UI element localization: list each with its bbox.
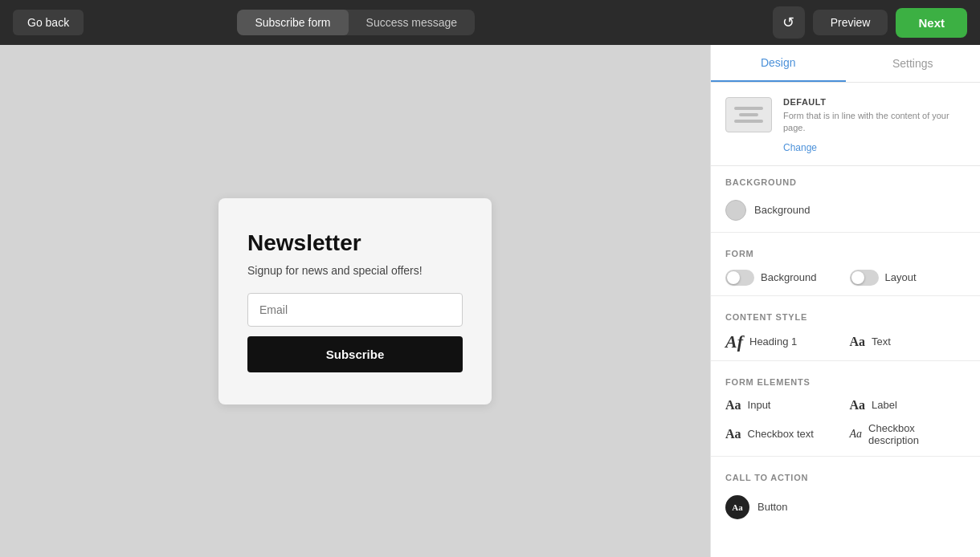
main-layout: Newsletter Signup for news and special o… <box>0 45 980 557</box>
default-preview-icon <box>725 97 772 132</box>
button-label: Button <box>757 501 966 513</box>
checkbox-desc-label: Checkbox description <box>868 422 966 446</box>
panel-tabs: Design Settings <box>711 45 980 83</box>
preview-line-2 <box>739 113 758 116</box>
panel-tab-design[interactable]: Design <box>711 45 846 82</box>
heading-col: Af Heading 1 <box>725 333 842 351</box>
preview-line-1 <box>734 107 762 110</box>
checkbox-text-label: Checkbox text <box>748 428 842 440</box>
default-label: DEFAULT <box>783 97 966 107</box>
heading-type-icon: Af <box>725 333 743 351</box>
form-layout-label: Layout <box>885 271 966 283</box>
form-elements-row-1: Aa Input Aa Label <box>711 393 980 417</box>
cta-row: Aa Button <box>711 489 980 526</box>
subscribe-button[interactable]: Subscribe <box>247 336 463 372</box>
cta-section-header: CALL TO ACTION <box>711 461 980 489</box>
checkbox-desc-type-icon: Aa <box>850 428 863 441</box>
divider-2 <box>711 295 980 296</box>
email-input[interactable] <box>247 293 463 327</box>
default-info: DEFAULT Form that is in line with the co… <box>783 97 966 154</box>
form-background-toggle[interactable] <box>725 270 754 286</box>
form-background-label: Background <box>761 271 842 283</box>
input-col: Aa Input <box>725 398 842 413</box>
preview-button[interactable]: Preview <box>813 10 888 35</box>
next-button[interactable]: Next <box>896 8 967 38</box>
topbar: Go back Subscribe form Success message ↺… <box>0 0 980 45</box>
form-row: Background Layout <box>711 265 980 291</box>
form-background-col: Background <box>725 270 842 286</box>
form-layout-toggle[interactable] <box>850 270 879 286</box>
heading-label: Heading 1 <box>749 335 842 348</box>
checkbox-text-type-icon: Aa <box>725 427 741 441</box>
topbar-right: ↺ Preview Next <box>773 6 967 39</box>
newsletter-subtitle: Signup for news and special offers! <box>247 264 463 277</box>
background-row: Background <box>711 193 980 227</box>
panel-tab-settings[interactable]: Settings <box>846 45 981 82</box>
change-link[interactable]: Change <box>783 142 817 153</box>
right-panel: Design Settings DEFAULT Form that is in … <box>710 45 980 557</box>
label-col: Aa Label <box>850 398 966 413</box>
input-label: Input <box>748 399 842 411</box>
label-label: Label <box>872 399 966 411</box>
cta-avatar: Aa <box>725 495 749 519</box>
divider-4 <box>711 456 980 457</box>
background-label: Background <box>754 204 966 216</box>
content-style-section-header: CONTENT STYLE <box>711 301 980 328</box>
input-type-icon: Aa <box>725 398 741 413</box>
content-style-row: Af Heading 1 Aa Text <box>711 328 980 356</box>
newsletter-card: Newsletter Signup for news and special o… <box>218 198 492 405</box>
text-type-icon: Aa <box>850 335 866 349</box>
checkbox-text-col: Aa Checkbox text <box>725 422 842 446</box>
tab-success-message[interactable]: Success message <box>349 10 476 35</box>
text-col: Aa Text <box>850 333 966 351</box>
preview-line-3 <box>734 120 762 123</box>
form-elements-section-header: FORM ELEMENTS <box>711 366 980 393</box>
checkbox-desc-col: Aa Checkbox description <box>850 422 966 446</box>
background-section-header: BACKGROUND <box>711 166 980 193</box>
form-layout-col: Layout <box>850 270 966 286</box>
history-button[interactable]: ↺ <box>773 6 805 39</box>
text-label: Text <box>872 335 966 348</box>
go-back-button[interactable]: Go back <box>13 10 84 35</box>
canvas-area: Newsletter Signup for news and special o… <box>0 45 710 557</box>
tab-group: Subscribe form Success message <box>237 10 475 35</box>
history-icon: ↺ <box>782 14 794 31</box>
form-elements-row-2: Aa Checkbox text Aa Checkbox description <box>711 417 980 451</box>
newsletter-title: Newsletter <box>247 230 463 256</box>
form-section-header: FORM <box>711 238 980 265</box>
background-color-swatch[interactable] <box>725 200 746 221</box>
default-section: DEFAULT Form that is in line with the co… <box>711 83 980 166</box>
label-type-icon: Aa <box>850 398 866 413</box>
divider-1 <box>711 232 980 233</box>
divider-3 <box>711 360 980 361</box>
default-description: Form that is in line with the content of… <box>783 110 966 135</box>
tab-subscribe-form[interactable]: Subscribe form <box>237 10 348 35</box>
